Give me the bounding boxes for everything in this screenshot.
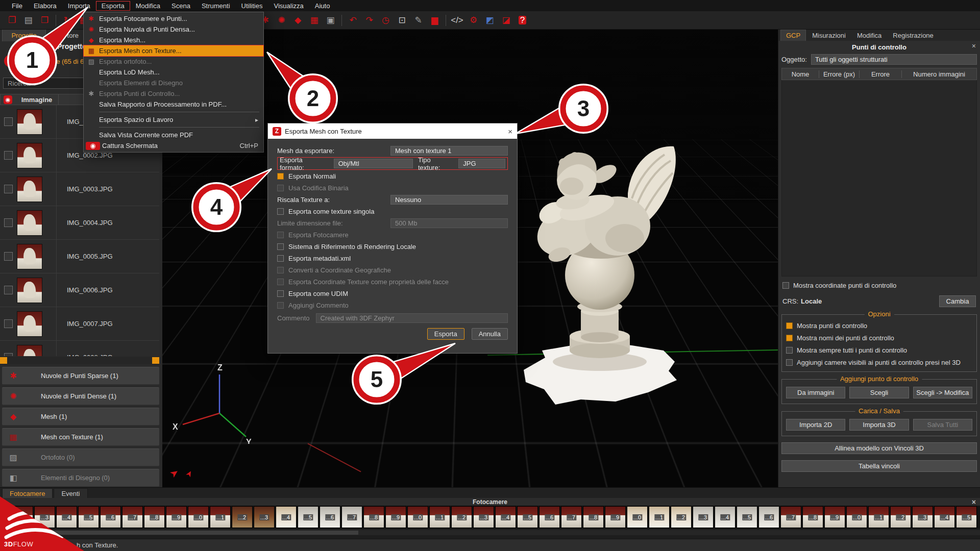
scroll-left-arrow[interactable] <box>0 357 7 364</box>
filmstrip-thumbnail[interactable]: ...1 <box>649 506 670 528</box>
tree-mesh-con-texture[interactable]: ▦ Mesh con Texture (1) <box>2 428 159 446</box>
image-thumbnail[interactable] <box>17 143 42 168</box>
menu-importa[interactable]: Importa <box>62 1 96 11</box>
filmstrip-thumbnail[interactable]: ...4 <box>934 506 955 528</box>
filmstrip-thumbnail[interactable]: ...7 <box>341 506 362 528</box>
filmstrip-thumbnail[interactable]: ...9 <box>385 506 406 528</box>
filmstrip-thumbnail[interactable]: ...8 <box>144 506 165 528</box>
tab-partial[interactable]: tore <box>47 29 83 41</box>
tab-modifica[interactable]: Modifica <box>852 30 887 41</box>
tree-mesh[interactable]: ◆ Mesh (1) <box>2 408 159 425</box>
filmstrip-thumbnail[interactable]: ...4 <box>276 506 297 528</box>
scroll-right-arrow[interactable] <box>152 357 159 364</box>
filmstrip-thumbnail[interactable]: ...5 <box>78 506 99 528</box>
menu-item-salva-rapporto-pdf[interactable]: Salva Rapporto di Processamento in PDF..… <box>84 99 263 110</box>
filmstrip-thumbnail[interactable]: ...4 <box>56 506 77 528</box>
close-icon[interactable]: × <box>972 42 976 50</box>
open-project-icon[interactable]: ❐ <box>5 13 19 27</box>
filmstrip-scrollbar[interactable] <box>0 530 980 535</box>
help-icon[interactable]: ? <box>516 13 529 27</box>
filmstrip-thumbnail[interactable]: ...8 <box>583 506 604 528</box>
menu-item-esporta-spazio-lavoro[interactable]: Esporta Spazio di Lavoro <box>84 114 263 125</box>
image-checkbox[interactable] <box>4 353 13 356</box>
menu-item-salva-vista-pdf[interactable]: Salva Vista Corrente come PDF <box>84 130 263 140</box>
tab-progetto[interactable]: Progetto <box>2 29 46 41</box>
close-icon[interactable]: × <box>508 127 512 136</box>
menu-item-esporta-mesh-con-texture[interactable]: ▦ Esporta Mesh con Texture... <box>84 45 263 56</box>
esporta-button[interactable]: Esporta <box>427 328 464 340</box>
filmstrip-thumbnail[interactable]: ...1 <box>210 506 231 528</box>
draw-disabled-icon[interactable]: ✎ <box>411 13 425 27</box>
filmstrip-thumbnail[interactable]: ...2 <box>451 506 472 528</box>
da-immagini-button[interactable]: Da immagini <box>786 387 845 398</box>
check-esporta-udim[interactable]: Esporta come UDIM <box>277 288 508 299</box>
control-points-table-body[interactable] <box>781 80 977 277</box>
mesh-export-select[interactable]: Mesh con texture 1 <box>390 146 508 156</box>
menu-aiuto[interactable]: Aiuto <box>309 1 336 11</box>
crop-icon[interactable]: ⊡ <box>395 13 409 27</box>
tab-registrazione[interactable]: Registrazione <box>888 30 939 41</box>
filmstrip-thumbnail[interactable]: ...0 <box>846 506 867 528</box>
image-row[interactable]: IMG_0007.JPG <box>0 307 159 341</box>
allinea-modello-button[interactable]: Allinea modello con Vincoli 3D <box>781 442 977 454</box>
filmstrip-thumbnail[interactable]: ...1 <box>868 506 889 528</box>
texture-type-select[interactable]: JPG <box>458 159 505 168</box>
image-checkbox[interactable] <box>4 185 13 193</box>
menu-item-esporta-mesh[interactable]: ◆ Esporta Mesh... <box>84 35 263 45</box>
show-coordinates-checkbox[interactable]: Mostra coordinate punti di controllo <box>782 282 976 289</box>
format-select[interactable]: Obj/Mtl <box>334 159 413 168</box>
dense-cloud-icon[interactable]: ✺ <box>275 13 288 27</box>
option-mostra-punti[interactable]: Mostra punti di controllo <box>786 322 972 330</box>
image-row[interactable]: IMG_0005.JPG <box>0 240 159 273</box>
filmstrip-thumbnail[interactable]: ...6 <box>758 506 779 528</box>
tab-eventi[interactable]: Eventi <box>54 488 87 498</box>
cameras-summary[interactable]: Fotocamere (65 di 65) <box>24 58 90 65</box>
image-thumbnail[interactable] <box>17 177 42 202</box>
check-esporta-metadati[interactable]: Esporta metadati.xml <box>277 253 508 264</box>
filmstrip-thumbnail[interactable]: ...7 <box>122 506 143 528</box>
menu-esporta[interactable]: Esporta <box>96 1 130 11</box>
cambia-button[interactable]: Cambia <box>939 295 976 307</box>
image-row[interactable]: IMG_0003.JPG <box>0 172 159 206</box>
filmstrip-thumbnail[interactable]: ...8 <box>363 506 384 528</box>
option-mostra-nomi[interactable]: Mostra nomi dei punti di controllo <box>786 334 972 342</box>
filmstrip-thumbnail[interactable]: ...9 <box>605 506 626 528</box>
filmstrip-thumbnail[interactable]: ...7 <box>561 506 582 528</box>
menu-item-esporta-fotocamere-punti[interactable]: ✱ Esporta Fotocamere e Punti... <box>84 13 263 24</box>
filmstrip-thumbnail[interactable]: ...8 <box>802 506 823 528</box>
tab-gcp[interactable]: GCP <box>780 30 806 41</box>
menu-item-esporta-nuvola-densa[interactable]: ✺ Esporta Nuvola di Punti Densa... <box>84 24 263 35</box>
option-mostra-sempre-tutti[interactable]: Mostra sempre tutti i punti di controllo <box>786 346 972 354</box>
filmstrip-thumbnail[interactable]: ...6 <box>539 506 560 528</box>
close-icon[interactable]: × <box>972 498 976 506</box>
filmstrip-thumbnail[interactable]: ...5 <box>517 506 538 528</box>
menu-elabora[interactable]: Elabora <box>28 1 62 11</box>
image-row[interactable]: IMG_0006.JPG <box>0 273 159 307</box>
image-checkbox[interactable] <box>4 218 13 227</box>
image-thumbnail[interactable] <box>17 345 42 357</box>
filmstrip-thumbnail[interactable]: ...1 <box>429 506 450 528</box>
filmstrip-thumbnail[interactable]: ...0 <box>188 506 209 528</box>
project-tree-root[interactable]: Progetto <box>57 42 87 51</box>
filmstrip-thumbnail[interactable]: ...0 <box>407 506 428 528</box>
table-column-header[interactable]: Errore <box>860 70 902 78</box>
image-thumbnail[interactable] <box>17 210 42 236</box>
filmstrip-thumbnail[interactable]: ...3 <box>912 506 933 528</box>
image-thumbnail[interactable] <box>17 278 42 303</box>
image-thumbnail[interactable] <box>17 109 42 135</box>
undo-icon[interactable]: ↶ <box>346 13 360 27</box>
image-thumbnail[interactable] <box>17 311 42 337</box>
tab-fotocamere[interactable]: Fotocamere <box>2 488 53 498</box>
image-checkbox[interactable] <box>4 319 13 328</box>
tabella-vincoli-button[interactable]: Tabella vincoli <box>781 460 977 472</box>
menu-scena[interactable]: Scena <box>166 1 196 11</box>
scegli-modifica-button[interactable]: Scegli -> Modifica <box>913 387 972 398</box>
menu-strumenti[interactable]: Strumenti <box>196 1 236 11</box>
redo-icon[interactable]: ↷ <box>362 13 376 27</box>
image-list-scrollbar[interactable] <box>0 357 159 364</box>
check-texture-singola[interactable]: Esporta come texture singola <box>277 206 508 217</box>
visibility-eye-icon[interactable]: ◉ <box>4 95 12 104</box>
filmstrip-thumbnail[interactable]: ...5 <box>298 506 318 528</box>
image-checkbox[interactable] <box>4 117 13 126</box>
filmstrip-thumbnail[interactable]: ...3 <box>473 506 494 528</box>
